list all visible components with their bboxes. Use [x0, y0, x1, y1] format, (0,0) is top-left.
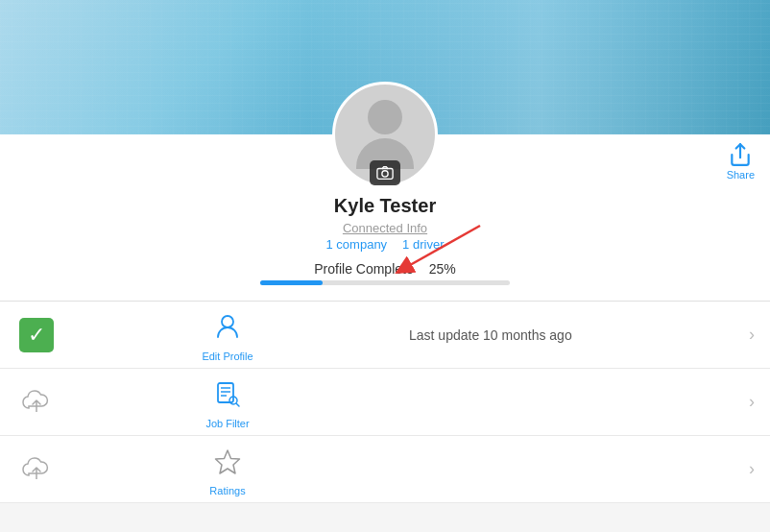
- edit-profile-sublabel: Last update 10 months ago: [409, 327, 572, 343]
- profile-complete-row: Profile Complete 25%: [314, 261, 456, 277]
- check-mark-icon: ✓: [28, 325, 45, 346]
- avatar-wrapper: [332, 82, 438, 187]
- svg-rect-6: [218, 383, 233, 402]
- avatar-person-shape: [356, 100, 414, 169]
- ratings-cloud-icon: [18, 451, 55, 488]
- check-box: ✓: [19, 318, 54, 352]
- share-label: Share: [727, 169, 755, 181]
- user-name: Kyle Tester: [334, 195, 436, 217]
- job-filter-search-icon: [212, 379, 243, 410]
- person-edit-icon: [212, 312, 243, 343]
- ratings-icon-area: Ratings: [58, 443, 397, 496]
- upload-cloud-icon: [18, 384, 55, 421]
- company-link[interactable]: 1 company: [326, 237, 388, 252]
- job-filter-arrow-icon: ›: [749, 392, 755, 412]
- cloud-upload-icon: [19, 385, 54, 420]
- progress-bar-background: [260, 280, 510, 285]
- profile-section: Share Kyle Tester Connected Info: [0, 134, 770, 302]
- job-filter-icon: [208, 375, 247, 414]
- edit-profile-icon: [208, 308, 247, 347]
- ratings-upload-icon: [15, 451, 58, 488]
- job-filter-label: Job Filter: [205, 418, 249, 429]
- progress-bar-fill: [260, 280, 323, 285]
- profile-complete-label: Profile Complete: [314, 261, 414, 277]
- camera-button[interactable]: [370, 160, 400, 185]
- cloud-upload-icon-2: [19, 452, 54, 487]
- svg-line-11: [236, 403, 239, 406]
- star-icon: [212, 447, 243, 477]
- progress-bar-container: [0, 280, 770, 285]
- svg-marker-13: [216, 450, 240, 473]
- ratings-star-icon: [208, 443, 247, 481]
- edit-profile-arrow-icon: ›: [749, 325, 755, 345]
- ratings-label: Ratings: [209, 485, 245, 496]
- svg-point-2: [382, 171, 388, 177]
- edit-profile-icon-area: Edit Profile: [58, 308, 397, 362]
- edit-profile-check-icon: ✓: [15, 318, 58, 352]
- job-filter-icon-area: Job Filter: [58, 375, 397, 429]
- share-button[interactable]: Share: [727, 142, 755, 181]
- menu-section: ✓ Edit Profile Last update 10 months ago…: [0, 302, 770, 503]
- connected-links: 1 company 1 driver: [326, 237, 445, 252]
- camera-icon: [376, 165, 394, 181]
- edit-profile-content: Last update 10 months ago: [397, 326, 749, 344]
- job-filter-upload-icon: [15, 384, 58, 421]
- driver-link[interactable]: 1 driver: [402, 237, 444, 252]
- profile-complete-percent: 25%: [429, 261, 456, 277]
- avatar-head: [368, 100, 402, 134]
- ratings-arrow-icon: ›: [749, 459, 755, 479]
- connected-info-label[interactable]: Connected Info: [343, 221, 427, 235]
- menu-item-job-filter[interactable]: Job Filter ›: [0, 369, 770, 436]
- share-icon: [728, 142, 753, 167]
- svg-point-4: [222, 316, 233, 327]
- menu-item-edit-profile[interactable]: ✓ Edit Profile Last update 10 months ago…: [0, 302, 770, 369]
- menu-item-ratings[interactable]: Ratings ›: [0, 436, 770, 503]
- edit-profile-label: Edit Profile: [202, 351, 253, 362]
